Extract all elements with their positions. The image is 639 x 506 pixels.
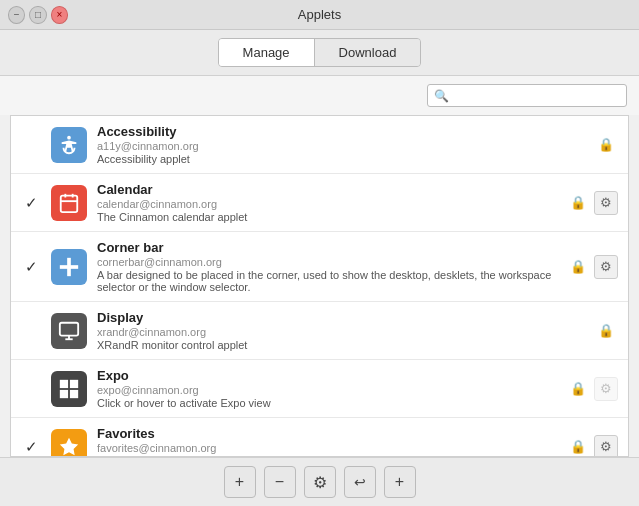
icon-calendar	[51, 185, 87, 221]
item-name: Display	[97, 310, 594, 325]
item-info-expo: Expo expo@cinnamon.org Click or hover to…	[97, 368, 566, 409]
svg-rect-10	[60, 379, 68, 387]
item-info-cornerbar: Corner bar cornerbar@cinnamon.org A bar …	[97, 240, 566, 293]
item-actions-display: 🔒	[594, 319, 618, 343]
item-author: calendar@cinnamon.org	[97, 198, 566, 210]
gear-icon[interactable]: ⚙	[594, 191, 618, 215]
item-name: Corner bar	[97, 240, 566, 255]
lock-icon: 🔒	[594, 133, 618, 157]
item-actions-calendar: 🔒 ⚙	[566, 191, 618, 215]
checkmark-favorites: ✓	[21, 438, 41, 456]
lock-icon: 🔒	[594, 319, 618, 343]
lock-icon: 🔒	[566, 435, 590, 458]
list-item: Expo expo@cinnamon.org Click or hover to…	[11, 360, 628, 418]
lock-icon: 🔒	[566, 255, 590, 279]
tab-manage[interactable]: Manage	[219, 39, 315, 66]
icon-favorites	[51, 429, 87, 458]
search-wrapper: 🔍	[427, 84, 627, 107]
list-item: ✓ Favorites favorites@cinnamon.org Acces…	[11, 418, 628, 457]
toolbar: Manage Download	[0, 30, 639, 76]
item-actions-cornerbar: 🔒 ⚙	[566, 255, 618, 279]
item-info-display: Display xrandr@cinnamon.org XRandR monit…	[97, 310, 594, 351]
list-item: ✓ Corner bar cornerbar@cinnamon.org A ba…	[11, 232, 628, 302]
svg-rect-13	[70, 389, 78, 397]
item-author: a11y@cinnamon.org	[97, 140, 594, 152]
icon-expo	[51, 371, 87, 407]
window-title: Applets	[68, 7, 571, 22]
reload-button[interactable]: +	[384, 466, 416, 498]
item-desc: Click or hover to activate Expo view	[97, 397, 566, 409]
svg-rect-11	[70, 379, 78, 387]
icon-cornerbar	[51, 249, 87, 285]
checkmark-cornerbar: ✓	[21, 258, 41, 276]
item-actions-accessibility: 🔒	[594, 133, 618, 157]
item-desc: Accessibility applet	[97, 153, 594, 165]
item-desc: A bar designed to be placed in the corne…	[97, 269, 566, 293]
search-input[interactable]	[453, 88, 620, 103]
item-actions-expo: 🔒 ⚙	[566, 377, 618, 401]
item-name: Expo	[97, 368, 566, 383]
svg-marker-14	[60, 437, 78, 454]
close-button[interactable]: ×	[51, 6, 68, 24]
item-info-calendar: Calendar calendar@cinnamon.org The Cinna…	[97, 182, 566, 223]
tab-group: Manage Download	[218, 38, 422, 67]
item-info-favorites: Favorites favorites@cinnamon.org Access …	[97, 426, 566, 457]
gear-icon[interactable]: ⚙	[594, 435, 618, 458]
item-name: Calendar	[97, 182, 566, 197]
item-author: cornerbar@cinnamon.org	[97, 256, 566, 268]
minimize-button[interactable]: −	[8, 6, 25, 24]
svg-rect-6	[67, 257, 71, 275]
icon-accessibility	[51, 127, 87, 163]
search-icon: 🔍	[434, 89, 449, 103]
item-author: favorites@cinnamon.org	[97, 442, 566, 454]
svg-rect-12	[60, 389, 68, 397]
title-bar: − □ × Applets	[0, 0, 639, 30]
applet-list: Accessibility a11y@cinnamon.org Accessib…	[10, 115, 629, 457]
item-desc: The Cinnamon calendar applet	[97, 211, 566, 223]
item-author: expo@cinnamon.org	[97, 384, 566, 396]
gear-icon-disabled[interactable]: ⚙	[594, 377, 618, 401]
item-info-accessibility: Accessibility a11y@cinnamon.org Accessib…	[97, 124, 594, 165]
svg-rect-7	[60, 322, 78, 335]
bottom-bar: + − ⚙ ↩ +	[0, 457, 639, 506]
lock-icon: 🔒	[566, 191, 590, 215]
tab-download[interactable]: Download	[315, 39, 421, 66]
remove-button[interactable]: −	[264, 466, 296, 498]
icon-display	[51, 313, 87, 349]
item-author: xrandr@cinnamon.org	[97, 326, 594, 338]
maximize-button[interactable]: □	[29, 6, 46, 24]
item-desc: XRandR monitor control applet	[97, 339, 594, 351]
item-name: Favorites	[97, 426, 566, 441]
lock-icon: 🔒	[566, 377, 590, 401]
settings-button[interactable]: ⚙	[304, 466, 336, 498]
item-name: Accessibility	[97, 124, 594, 139]
list-item: Accessibility a11y@cinnamon.org Accessib…	[11, 116, 628, 174]
checkmark-calendar: ✓	[21, 194, 41, 212]
item-actions-favorites: 🔒 ⚙	[566, 435, 618, 458]
gear-icon[interactable]: ⚙	[594, 255, 618, 279]
list-item: Display xrandr@cinnamon.org XRandR monit…	[11, 302, 628, 360]
svg-rect-1	[61, 195, 78, 212]
list-item: ✓ Calendar calendar@cinnamon.org The Cin…	[11, 174, 628, 232]
svg-point-0	[67, 135, 71, 139]
undo-button[interactable]: ↩	[344, 466, 376, 498]
search-bar: 🔍	[0, 76, 639, 115]
add-button[interactable]: +	[224, 466, 256, 498]
window-controls: − □ ×	[8, 6, 68, 24]
